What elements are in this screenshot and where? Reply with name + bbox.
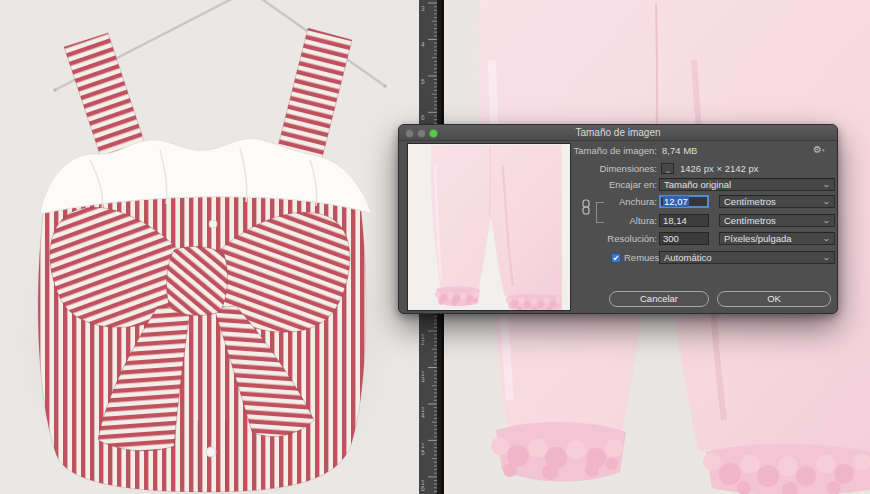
close-button[interactable] bbox=[405, 129, 414, 138]
svg-text:3: 3 bbox=[421, 5, 425, 12]
fit-select[interactable]: Tamaño original⌄ bbox=[659, 178, 835, 191]
svg-text:13: 13 bbox=[421, 370, 425, 383]
chevron-down-icon: ⌄ bbox=[822, 216, 831, 226]
height-input[interactable]: 18,14 bbox=[659, 214, 709, 227]
resolution-unit-select[interactable]: Píxeles/pulgada⌄ bbox=[719, 232, 835, 245]
resolution-input[interactable]: 300 bbox=[659, 232, 709, 245]
screenshot-root: 345678910111213141516 Tamaño de imagen T… bbox=[0, 0, 870, 494]
width-input[interactable]: 12,07 bbox=[659, 195, 709, 208]
left-photo-striped-romper bbox=[0, 0, 420, 494]
resample-checkbox[interactable]: ✔ bbox=[611, 253, 621, 263]
chevron-down-icon: ⌄ bbox=[822, 253, 831, 263]
width-unit-select[interactable]: Centímetros⌄ bbox=[719, 195, 835, 208]
dimensions-unit-dropdown[interactable]: ⌄ bbox=[661, 163, 674, 174]
height-label: Altura: bbox=[495, 214, 657, 227]
traffic-lights bbox=[405, 129, 438, 138]
svg-text:5: 5 bbox=[421, 78, 425, 85]
svg-text:4: 4 bbox=[421, 41, 425, 48]
dimensions-value: 1426 px × 2142 px bbox=[680, 162, 758, 175]
chevron-down-icon: ⌄ bbox=[822, 197, 831, 207]
chevron-down-icon: ⌄ bbox=[822, 234, 831, 244]
chevron-down-icon: ⌄ bbox=[664, 167, 672, 175]
resample-select[interactable]: Automático⌄ bbox=[659, 251, 835, 264]
gear-icon[interactable]: ⚙▾ bbox=[813, 143, 829, 156]
dialog-title: Tamaño de imagen bbox=[399, 125, 837, 140]
zoom-button[interactable] bbox=[429, 129, 438, 138]
ok-button[interactable]: OK bbox=[717, 291, 831, 307]
cancel-button[interactable]: Cancelar bbox=[609, 291, 709, 307]
minimize-button[interactable] bbox=[417, 129, 426, 138]
svg-text:16: 16 bbox=[421, 479, 425, 492]
svg-text:12: 12 bbox=[421, 333, 425, 346]
romper-illustration bbox=[0, 0, 420, 494]
height-unit-select[interactable]: Centímetros⌄ bbox=[719, 214, 835, 227]
romper-button bbox=[209, 220, 217, 228]
image-size-label: Tamaño de imagen: bbox=[495, 144, 657, 157]
svg-text:14: 14 bbox=[421, 406, 425, 419]
image-size-value: 8,74 MB bbox=[662, 144, 697, 157]
svg-text:6: 6 bbox=[421, 114, 425, 121]
fit-label: Encajar en: bbox=[495, 178, 657, 191]
dimensions-label: Dimensiones: bbox=[495, 162, 657, 175]
chevron-down-icon: ⌄ bbox=[822, 180, 831, 190]
svg-text:15: 15 bbox=[421, 442, 425, 455]
width-label: Anchura: bbox=[495, 195, 657, 208]
resolution-label: Resolución: bbox=[495, 232, 657, 245]
dialog-titlebar[interactable]: Tamaño de imagen bbox=[399, 125, 837, 141]
romper-button bbox=[206, 447, 216, 457]
image-size-dialog: Tamaño de imagen Tamaño de imagen: 8,74 … bbox=[398, 124, 838, 314]
